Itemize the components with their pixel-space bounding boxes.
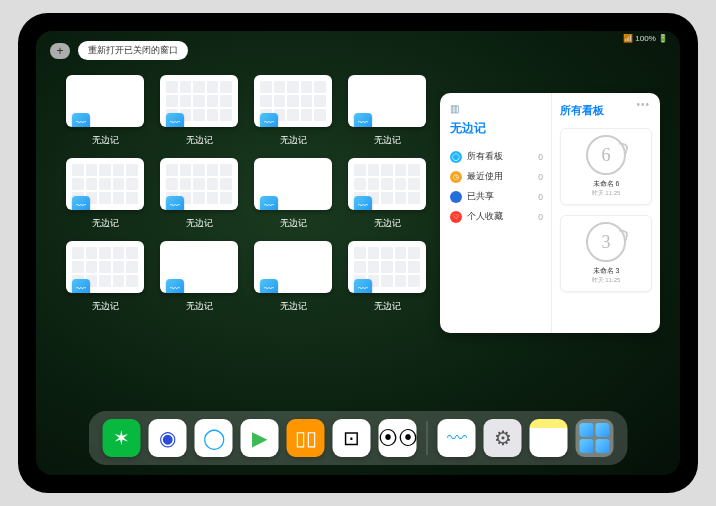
freeform-app-icon: 〰 xyxy=(72,113,90,127)
dock-app-books[interactable]: ▯▯ xyxy=(287,419,325,457)
tile-label: 无边记 xyxy=(280,135,307,147)
tile-label: 无边记 xyxy=(92,218,119,230)
freeform-app-icon: 〰 xyxy=(354,279,372,293)
tile-label: 无边记 xyxy=(280,301,307,313)
window-tile[interactable]: 〰无边记 xyxy=(66,75,144,150)
dock-divider xyxy=(427,421,428,455)
ipad-frame: 📶 100% 🔋 + 重新打开已关闭的窗口 〰无边记〰无边记〰无边记〰无边记〰无… xyxy=(18,13,698,493)
window-tile[interactable]: 〰无边记 xyxy=(66,158,144,233)
sidebar-item[interactable]: ◷最近使用0 xyxy=(450,167,543,187)
tile-label: 无边记 xyxy=(374,135,401,147)
tile-label: 无边记 xyxy=(280,218,307,230)
board-card[interactable]: 3未命名 3昨天 11:25 xyxy=(560,215,652,292)
dock-app-quark[interactable]: ◉ xyxy=(149,419,187,457)
freeform-app-icon: 〰 xyxy=(260,279,278,293)
freeform-app-icon: 〰 xyxy=(260,196,278,210)
freeform-app-icon: 〰 xyxy=(166,196,184,210)
window-tile[interactable]: 〰无边记 xyxy=(348,158,426,233)
board-label: 未命名 3 xyxy=(567,266,645,276)
window-tile[interactable]: 〰无边记 xyxy=(254,158,332,233)
sidebar-item[interactable]: ◯所有看板0 xyxy=(450,147,543,167)
tile-label: 无边记 xyxy=(92,135,119,147)
nav-label: 最近使用 xyxy=(467,171,503,183)
freeform-app-icon: 〰 xyxy=(354,113,372,127)
nav-icon: ♡ xyxy=(450,211,462,223)
dock-app-qqbrowser[interactable]: ◯ xyxy=(195,419,233,457)
status-bar: 📶 100% 🔋 xyxy=(623,34,668,43)
freeform-app-icon: 〰 xyxy=(354,196,372,210)
board-thumb: 6 xyxy=(586,135,626,175)
board-thumb: 3 xyxy=(586,222,626,262)
window-tile[interactable]: 〰无边记 xyxy=(160,241,238,316)
sidebar-item[interactable]: ♡个人收藏0 xyxy=(450,207,543,227)
window-tile[interactable]: 〰无边记 xyxy=(254,241,332,316)
board-card[interactable]: 6未命名 6昨天 11:25 xyxy=(560,128,652,205)
dock-app-play[interactable]: ▶ xyxy=(241,419,279,457)
freeform-app-icon: 〰 xyxy=(166,279,184,293)
nav-count: 0 xyxy=(538,212,543,222)
dock: ✶◉◯▶▯▯⊡⦿⦿ 〰⚙ xyxy=(89,411,628,465)
window-tile[interactable]: 〰无边记 xyxy=(66,241,144,316)
nav-icon: ◯ xyxy=(450,151,462,163)
tile-label: 无边记 xyxy=(374,218,401,230)
dock-app-share[interactable]: ⦿⦿ xyxy=(379,419,417,457)
freeform-app-icon: 〰 xyxy=(166,113,184,127)
expose-grid: 〰无边记〰无边记〰无边记〰无边记〰无边记〰无边记〰无边记〰无边记〰无边记〰无边记… xyxy=(66,75,426,316)
panel-sidebar: ▥ 无边记 ◯所有看板0◷最近使用0👤已共享0♡个人收藏0 xyxy=(440,93,552,333)
dock-folder[interactable] xyxy=(576,419,614,457)
sidebar-item[interactable]: 👤已共享0 xyxy=(450,187,543,207)
freeform-app-icon: 〰 xyxy=(72,196,90,210)
window-tile[interactable]: 〰无边记 xyxy=(160,75,238,150)
top-controls: + 重新打开已关闭的窗口 xyxy=(50,41,188,60)
freeform-app-icon: 〰 xyxy=(72,279,90,293)
board-sub: 昨天 11:25 xyxy=(567,189,645,198)
dock-app-notes[interactable] xyxy=(530,419,568,457)
tile-label: 无边记 xyxy=(92,301,119,313)
dock-app-wechat[interactable]: ✶ xyxy=(103,419,141,457)
nav-count: 0 xyxy=(538,152,543,162)
nav-count: 0 xyxy=(538,192,543,202)
ipad-screen: 📶 100% 🔋 + 重新打开已关闭的窗口 〰无边记〰无边记〰无边记〰无边记〰无… xyxy=(36,31,680,475)
tile-label: 无边记 xyxy=(186,301,213,313)
window-tile[interactable]: 〰无边记 xyxy=(348,75,426,150)
panel-boards: 所有看板 6未命名 6昨天 11:253未命名 3昨天 11:25 xyxy=(552,93,660,333)
tile-label: 无边记 xyxy=(186,218,213,230)
board-label: 未命名 6 xyxy=(567,179,645,189)
nav-label: 所有看板 xyxy=(467,151,503,163)
window-tile[interactable]: 〰无边记 xyxy=(160,158,238,233)
tile-label: 无边记 xyxy=(374,301,401,313)
dock-app-dice[interactable]: ⊡ xyxy=(333,419,371,457)
nav-icon: 👤 xyxy=(450,191,462,203)
window-tile[interactable]: 〰无边记 xyxy=(348,241,426,316)
nav-label: 已共享 xyxy=(467,191,494,203)
more-icon[interactable]: ••• xyxy=(636,99,650,110)
sidebar-toggle-icon[interactable]: ▥ xyxy=(450,103,543,114)
freeform-panel[interactable]: ••• ▥ 无边记 ◯所有看板0◷最近使用0👤已共享0♡个人收藏0 所有看板 6… xyxy=(440,93,660,333)
panel-title: 无边记 xyxy=(450,120,543,137)
dock-app-settings[interactable]: ⚙ xyxy=(484,419,522,457)
nav-count: 0 xyxy=(538,172,543,182)
nav-icon: ◷ xyxy=(450,171,462,183)
dock-app-freeform[interactable]: 〰 xyxy=(438,419,476,457)
reopen-closed-window-button[interactable]: 重新打开已关闭的窗口 xyxy=(78,41,188,60)
nav-label: 个人收藏 xyxy=(467,211,503,223)
new-window-button[interactable]: + xyxy=(50,43,70,59)
board-sub: 昨天 11:25 xyxy=(567,276,645,285)
window-tile[interactable]: 〰无边记 xyxy=(254,75,332,150)
freeform-app-icon: 〰 xyxy=(260,113,278,127)
tile-label: 无边记 xyxy=(186,135,213,147)
